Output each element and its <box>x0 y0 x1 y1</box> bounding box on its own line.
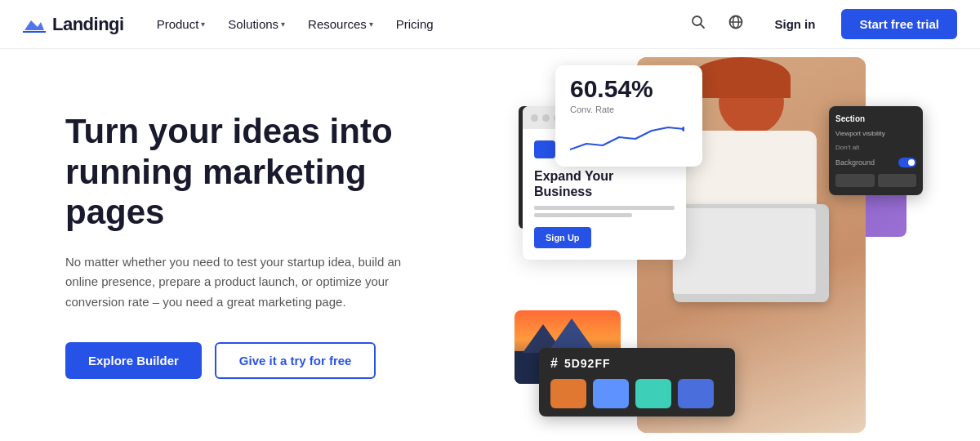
background-row: Background <box>835 158 916 167</box>
hero-title: Turn your ideas into running marketing p… <box>65 111 457 233</box>
toolbar-icon <box>534 140 555 158</box>
card-text-line <box>534 213 632 217</box>
chevron-down-icon: ▾ <box>281 20 285 29</box>
try-free-button[interactable]: Give it a try for free <box>215 342 376 379</box>
hero-section: Turn your ideas into running marketing p… <box>65 111 490 379</box>
window-dot <box>531 114 538 122</box>
nav-item-pricing[interactable]: Pricing <box>386 12 443 36</box>
color-swatch-indigo <box>678 379 714 408</box>
search-button[interactable] <box>686 10 710 38</box>
viewport-label: Viewport visibility <box>835 130 916 137</box>
search-icon <box>691 15 706 29</box>
globe-icon <box>728 15 743 29</box>
nav-item-product[interactable]: Product ▾ <box>147 12 216 36</box>
nav-links: Product ▾ Solutions ▾ Resources ▾ Pricin… <box>147 12 443 36</box>
svg-point-5 <box>682 127 684 131</box>
navbar: Landingi Product ▾ Solutions ▾ Resources… <box>0 0 980 49</box>
conv-rate-value: 60.54% <box>570 75 688 103</box>
editor-section-label: Section <box>835 114 916 123</box>
main-content: Turn your ideas into running marketing p… <box>0 49 980 441</box>
chevron-down-icon: ▾ <box>369 20 373 29</box>
cta-buttons: Explore Builder Give it a try for free <box>65 342 457 379</box>
card-landing-title: Expand Your Business <box>534 168 675 199</box>
editor-properties-panel: Section Viewport visibility Don't alt Ba… <box>829 106 923 195</box>
hero-illustration: Elly ● Expand Your Business Sign Up <box>490 57 931 433</box>
nav-item-resources[interactable]: Resources ▾ <box>298 12 383 36</box>
logo-icon <box>23 16 46 33</box>
logo-name: Landingi <box>52 14 124 35</box>
editor-controls <box>835 174 916 187</box>
card-text-line <box>534 206 675 210</box>
color-palette-card: # 5D92FF <box>539 348 735 416</box>
conversion-rate-card: 60.54% Conv. Rate <box>555 65 702 167</box>
color-swatch-blue <box>593 379 629 408</box>
conv-rate-chart <box>570 121 688 157</box>
language-button[interactable] <box>724 10 748 38</box>
logo[interactable]: Landingi <box>23 14 124 35</box>
color-swatches <box>550 379 724 408</box>
window-dot <box>542 114 550 122</box>
dont-alt-label: Don't alt <box>835 144 916 151</box>
svg-line-1 <box>701 24 704 28</box>
palette-top: # 5D92FF <box>550 356 724 371</box>
explore-builder-button[interactable]: Explore Builder <box>65 342 202 379</box>
background-toggle[interactable] <box>898 158 916 167</box>
sparkline-chart <box>570 121 684 154</box>
background-label: Background <box>835 158 875 167</box>
viewport-row: Viewport visibility <box>835 130 916 137</box>
color-swatch-orange <box>550 379 586 408</box>
chevron-down-icon: ▾ <box>201 20 205 29</box>
start-trial-button[interactable]: Start free trial <box>841 9 957 39</box>
nav-right: Sign in Start free trial <box>686 9 957 39</box>
hash-icon: # <box>550 356 558 371</box>
color-hex-value: 5D92FF <box>564 357 611 370</box>
nav-left: Landingi Product ▾ Solutions ▾ Resources… <box>23 12 443 36</box>
sign-in-button[interactable]: Sign in <box>761 11 828 38</box>
card-signup-button[interactable]: Sign Up <box>534 227 591 248</box>
conv-rate-label: Conv. Rate <box>570 105 688 114</box>
color-swatch-teal <box>635 379 671 408</box>
hero-subtitle: No matter whether you need to test your … <box>65 252 408 313</box>
nav-item-solutions[interactable]: Solutions ▾ <box>218 12 295 36</box>
